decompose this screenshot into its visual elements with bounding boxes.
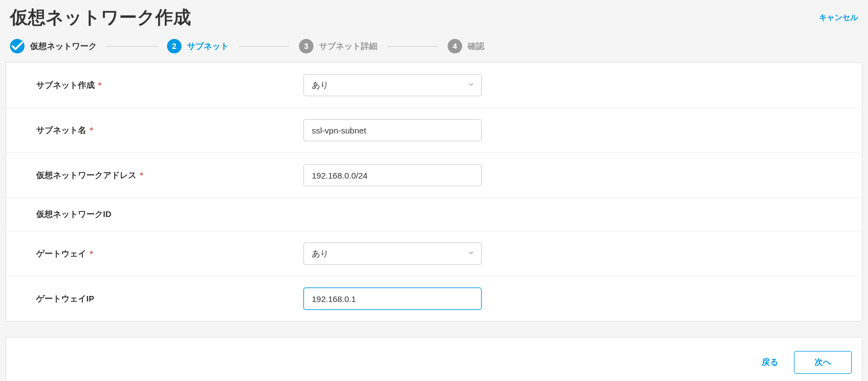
input-subnet-name[interactable]	[303, 119, 482, 141]
row-gateway-ip: ゲートウェイIP	[6, 276, 862, 321]
step-connector	[388, 46, 438, 47]
required-mark: *	[90, 249, 93, 258]
step-1: 仮想ネットワーク	[10, 39, 97, 53]
step-2: 2 サブネット	[167, 39, 229, 53]
row-vnet-id: 仮想ネットワークID	[6, 198, 862, 231]
step-4-number: 4	[448, 39, 462, 53]
step-connector	[239, 46, 289, 47]
required-mark: *	[140, 170, 143, 180]
step-connector	[107, 46, 157, 47]
input-vnet-address[interactable]	[303, 164, 482, 186]
label-gateway: ゲートウェイ *	[36, 249, 303, 259]
step-2-number: 2	[167, 39, 182, 53]
back-button[interactable]: 戻る	[762, 357, 778, 368]
select-subnet-create[interactable]	[303, 74, 482, 96]
row-subnet-create: サブネット作成 *	[6, 63, 862, 108]
label-gateway-ip: ゲートウェイIP	[36, 294, 303, 304]
step-4-label: 確認	[468, 41, 484, 52]
select-gateway[interactable]	[303, 243, 482, 265]
required-mark: *	[98, 80, 101, 90]
footer-panel: 戻る 次へ	[6, 337, 862, 381]
check-icon	[10, 39, 24, 53]
input-gateway-ip[interactable]	[303, 288, 482, 310]
step-3-number: 3	[299, 39, 313, 53]
wizard-stepper: 仮想ネットワーク 2 サブネット 3 サブネット詳細 4 確認	[10, 34, 862, 62]
step-2-label: サブネット	[187, 41, 229, 52]
step-4: 4 確認	[448, 39, 484, 53]
form-panel: サブネット作成 * サブネット名 * 仮想ネットワークアドレス *	[6, 62, 862, 321]
cancel-link[interactable]: キャンセル	[819, 13, 858, 23]
next-button[interactable]: 次へ	[794, 351, 852, 374]
required-mark: *	[90, 125, 93, 135]
label-subnet-create: サブネット作成 *	[36, 80, 303, 91]
row-subnet-name: サブネット名 *	[6, 108, 862, 153]
page-title: 仮想ネットワーク作成	[10, 6, 191, 30]
label-subnet-name: サブネット名 *	[36, 125, 303, 136]
row-gateway: ゲートウェイ *	[6, 231, 862, 276]
label-vnet-address: 仮想ネットワークアドレス *	[36, 170, 303, 181]
step-3-label: サブネット詳細	[319, 41, 377, 52]
label-vnet-id: 仮想ネットワークID	[36, 209, 303, 220]
step-1-label: 仮想ネットワーク	[30, 41, 97, 52]
row-vnet-address: 仮想ネットワークアドレス *	[6, 153, 862, 198]
step-3: 3 サブネット詳細	[299, 39, 377, 53]
